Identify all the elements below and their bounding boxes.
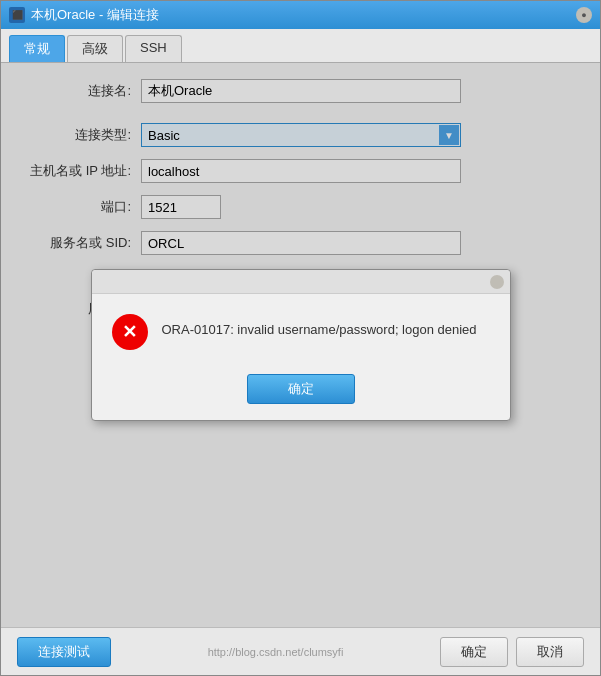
app-icon: ⬛ — [9, 7, 25, 23]
modal-close-button[interactable] — [490, 275, 504, 289]
tab-general[interactable]: 常规 — [9, 35, 65, 62]
modal-title-bar — [92, 270, 510, 294]
modal-ok-button[interactable]: 确定 — [247, 374, 355, 404]
modal-body: ✕ ORA-01017: invalid username/password; … — [92, 294, 510, 366]
title-bar: ⬛ 本机Oracle - 编辑连接 ● — [1, 1, 600, 29]
tab-ssh[interactable]: SSH — [125, 35, 182, 62]
connect-test-button[interactable]: 连接测试 — [17, 637, 111, 667]
tab-advanced[interactable]: 高级 — [67, 35, 123, 62]
tab-bar: 常规 高级 SSH — [1, 29, 600, 63]
close-button[interactable]: ● — [576, 7, 592, 23]
right-buttons: 确定 取消 — [440, 637, 584, 667]
cancel-button[interactable]: 取消 — [516, 637, 584, 667]
modal-message: ORA-01017: invalid username/password; lo… — [162, 314, 477, 340]
bottom-bar: 连接测试 http://blog.csdn.net/clumsyfi 确定 取消 — [1, 627, 600, 675]
error-dialog: ✕ ORA-01017: invalid username/password; … — [91, 269, 511, 421]
modal-overlay: ✕ ORA-01017: invalid username/password; … — [1, 63, 600, 627]
confirm-button[interactable]: 确定 — [440, 637, 508, 667]
error-icon: ✕ — [112, 314, 148, 350]
main-window: ⬛ 本机Oracle - 编辑连接 ● 常规 高级 SSH 连接名: 连接类型:… — [0, 0, 601, 676]
modal-footer: 确定 — [92, 366, 510, 420]
form-area: 连接名: 连接类型: Basic ▼ 主机名或 IP 地址: 端口: — [1, 63, 600, 627]
error-x: ✕ — [122, 323, 137, 341]
window-controls: ● — [576, 7, 592, 23]
window-title: 本机Oracle - 编辑连接 — [31, 6, 576, 24]
error-circle: ✕ — [112, 314, 148, 350]
watermark-text: http://blog.csdn.net/clumsyfi — [208, 646, 344, 658]
